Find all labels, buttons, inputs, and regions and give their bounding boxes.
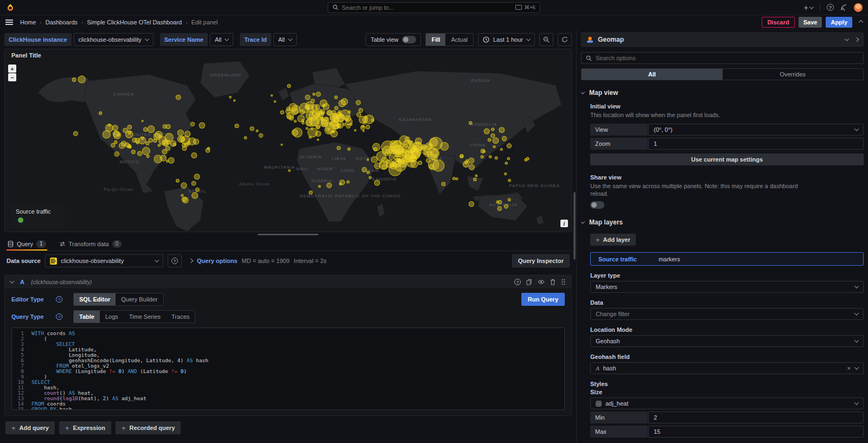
fill-option[interactable]: Fill [426, 34, 445, 46]
breadcrumb-home[interactable]: Home [20, 19, 36, 25]
view-select[interactable]: (0°, 0°) [648, 124, 864, 136]
filter-value-dropdown[interactable]: clickhouse-observability [74, 33, 154, 46]
query-row-header[interactable]: A (clickhouse-observability) ? [5, 275, 571, 288]
map-marker [374, 180, 380, 185]
editor-type-help-icon[interactable]: ? [56, 296, 62, 303]
datasource-picker[interactable]: clickhouse-observability [45, 254, 163, 267]
map-layers-header[interactable]: Map layers [581, 219, 864, 226]
min-input[interactable]: 2 [648, 412, 864, 423]
tab-all[interactable]: All [582, 69, 723, 80]
location-mode-select[interactable]: Geohash [590, 335, 864, 347]
options-search-input[interactable] [596, 55, 859, 61]
share-view-toggle[interactable] [590, 201, 604, 209]
add-query-button[interactable]: +Add query [5, 421, 55, 434]
query-help-icon[interactable]: ? [514, 279, 521, 285]
map-marker [143, 127, 148, 131]
drag-handle-icon[interactable] [561, 279, 566, 285]
map-zoom-in-button[interactable]: + [8, 65, 16, 73]
tab-transform-data[interactable]: Transform data 0 [58, 237, 123, 251]
map-marker [281, 144, 283, 145]
news-icon[interactable] [840, 4, 847, 11]
left-scrollbar[interactable] [573, 192, 576, 260]
map-marker [129, 145, 131, 148]
layer-row-source-traffic[interactable]: Source traffic markers [590, 252, 864, 266]
options-scroll-area[interactable]: Map view Initial view This location will… [581, 80, 864, 443]
menu-icon[interactable] [5, 20, 13, 25]
map-view-header[interactable]: Map view [581, 89, 864, 97]
delete-query-icon[interactable] [550, 279, 556, 285]
panel-resize-handle[interactable] [4, 232, 572, 237]
chevron-down-icon [288, 36, 292, 41]
time-series-option[interactable]: Time Series [124, 311, 166, 323]
breadcrumb-dashboards[interactable]: Dashboards [46, 19, 78, 25]
world-map[interactable]: RUSSIACANADAGREENLANDUNITED STATESMEXICO… [5, 61, 571, 232]
add-layer-button[interactable]: +Add layer [590, 234, 636, 246]
tab-query[interactable]: Query 1 [7, 237, 47, 251]
grafana-logo-icon[interactable] [5, 3, 15, 12]
global-search[interactable]: ⌘+k [328, 2, 540, 13]
map-marker [234, 100, 235, 101]
tab-overrides[interactable]: Overrides [723, 69, 864, 80]
expression-button[interactable]: +Expression [59, 421, 111, 434]
chevron-right-icon[interactable] [189, 259, 193, 263]
use-current-map-settings-button[interactable]: Use current map settings [590, 153, 864, 165]
query-type-help-icon[interactable]: ? [56, 313, 62, 320]
logs-option[interactable]: Logs [100, 311, 124, 323]
query-inspector-button[interactable]: Query Inspector [512, 254, 570, 267]
size-field-select[interactable]: adj_heat [590, 397, 864, 409]
panel-title[interactable]: Panel Title [5, 49, 571, 61]
edit-panel-left: ClickHouse instance clickhouse-observabi… [0, 29, 576, 443]
datasource-help-button[interactable]: ? [168, 254, 182, 267]
geomap-panel: Panel Title [4, 49, 572, 232]
keyboard-icon [515, 5, 522, 10]
chevron-down-icon[interactable] [10, 279, 14, 283]
table-option[interactable]: Table [74, 311, 100, 323]
actual-option[interactable]: Actual [445, 34, 473, 46]
sql-code-editor[interactable]: 1WITH coords AS2 (3 SELECT4 Latitude,5 L… [11, 328, 565, 410]
layer-type-select[interactable]: Markers [590, 281, 864, 293]
visualization-picker[interactable]: Geomap [581, 33, 864, 47]
database-icon [8, 241, 14, 247]
search-input[interactable] [342, 4, 512, 11]
toggle-off[interactable] [402, 36, 416, 43]
sql-editor-option[interactable]: SQL Editor [74, 293, 116, 305]
chevron-down-icon[interactable] [845, 36, 849, 41]
map-marker [442, 182, 445, 186]
data-select[interactable]: Change filter [590, 308, 864, 320]
map-zoom-out-button[interactable]: − [8, 73, 16, 81]
query-options-link[interactable]: Query options [197, 258, 238, 264]
chevron-down-icon [854, 338, 859, 343]
options-search[interactable] [581, 52, 864, 64]
add-menu-button[interactable]: + [804, 3, 813, 12]
query-builder-option[interactable]: Query Builder [116, 293, 163, 305]
avatar[interactable] [854, 3, 863, 12]
traces-option[interactable]: Traces [166, 311, 195, 323]
collapse-pane-icon[interactable] [854, 37, 859, 42]
collapse-icon[interactable] [859, 20, 863, 24]
plus-icon: + [65, 424, 69, 432]
map-label: DEMOCRATIC REPUBLIC OF THE CONGO [300, 194, 401, 198]
options-tabs: All Overrides [581, 68, 864, 80]
apply-button[interactable]: Apply [826, 17, 852, 28]
hide-query-icon[interactable] [538, 279, 545, 285]
save-button[interactable]: Save [799, 17, 822, 28]
help-icon[interactable]: ? [827, 4, 834, 11]
time-range-picker[interactable]: Last 1 hour [478, 33, 535, 46]
zoom-out-time-button[interactable] [539, 33, 553, 46]
clear-icon[interactable]: × [847, 365, 851, 371]
map-attribution-button[interactable]: i [560, 220, 568, 227]
geohash-field-select[interactable]: Ahash× [590, 362, 864, 374]
refresh-button[interactable] [558, 33, 572, 46]
recorded-query-button[interactable]: +Recorded query [116, 421, 181, 434]
table-view-toggle[interactable]: Table view [366, 33, 421, 46]
top-nav: ⌘+k + ? [0, 0, 868, 15]
filter-value-dropdown[interactable]: All [273, 33, 297, 46]
discard-button[interactable]: Discard [762, 17, 794, 28]
max-input[interactable]: 15 [648, 426, 864, 438]
run-query-button[interactable]: Run Query [521, 293, 565, 306]
breadcrumb-dashboard-name[interactable]: Simple ClickHouse OTel Dashboard [87, 19, 182, 25]
duplicate-query-icon[interactable] [526, 279, 532, 285]
zoom-input[interactable]: 1 [648, 138, 864, 150]
filter-value-dropdown[interactable]: All [210, 33, 233, 46]
map-marker [426, 158, 431, 163]
